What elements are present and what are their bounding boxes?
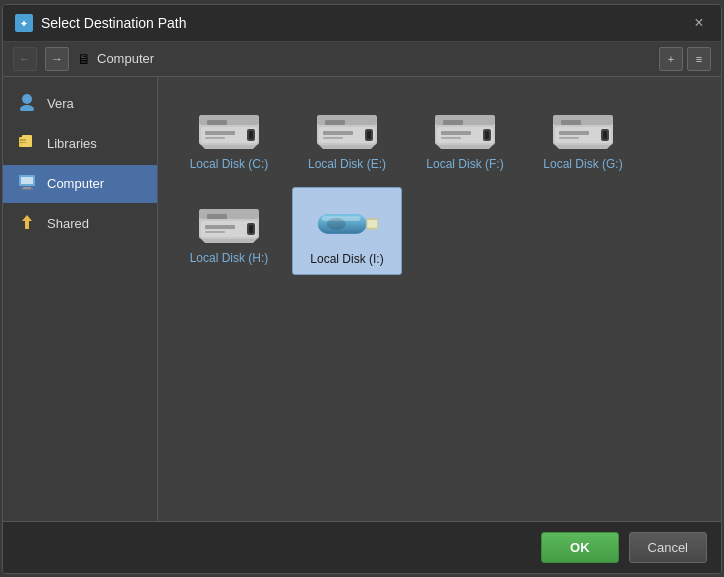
location-text: Computer [97,51,154,66]
footer: OK Cancel [3,521,721,573]
svg-rect-27 [323,137,343,139]
sidebar-item-libraries-label: Libraries [47,136,97,151]
svg-rect-35 [441,131,471,135]
svg-rect-26 [323,131,353,135]
drive-f[interactable]: Local Disk (F:) [410,93,520,179]
sidebar-item-vera-label: Vera [47,96,74,111]
toolbar-right: + ≡ [659,47,711,71]
drive-h-label: Local Disk (H:) [190,251,269,265]
svg-point-63 [327,218,346,230]
svg-rect-18 [205,137,225,139]
drive-i-label: Local Disk (I:) [310,252,383,266]
svg-point-3 [20,105,34,111]
svg-marker-39 [437,145,493,149]
sidebar-item-computer[interactable]: Computer [3,165,157,203]
toolbar: ← → 🖥 Computer + ≡ [3,42,721,77]
svg-rect-61 [367,220,377,228]
title-bar: ✦ Select Destination Path × [3,5,721,42]
libraries-icon [17,133,37,155]
cancel-button[interactable]: Cancel [629,532,707,563]
drive-i[interactable]: Local Disk (I:) [292,187,402,275]
svg-text:✦: ✦ [20,19,28,29]
drive-h[interactable]: Local Disk (H:) [174,187,284,275]
svg-rect-54 [205,231,225,233]
svg-rect-9 [21,177,33,184]
sidebar-item-libraries[interactable]: Libraries [3,125,157,163]
view-button[interactable]: ≡ [687,47,711,71]
svg-rect-51 [207,214,227,219]
drive-e-label: Local Disk (E:) [308,157,386,171]
svg-rect-11 [21,188,33,189]
svg-rect-38 [485,131,489,139]
svg-point-2 [22,94,32,104]
svg-rect-17 [205,131,235,135]
svg-rect-24 [325,120,345,125]
svg-rect-36 [441,137,461,139]
svg-rect-33 [443,120,463,125]
new-folder-button[interactable]: + [659,47,683,71]
vera-icon [17,93,37,115]
location-icon: 🖥 [77,51,91,67]
svg-marker-48 [555,145,611,149]
svg-rect-45 [559,137,579,139]
svg-rect-29 [367,131,371,139]
close-button[interactable]: × [689,13,709,33]
svg-rect-7 [20,142,26,143]
svg-rect-15 [207,120,227,125]
hdd-g-icon [551,105,615,149]
svg-marker-30 [319,145,375,149]
svg-marker-12 [22,215,32,229]
sidebar-item-shared-label: Shared [47,216,89,231]
svg-rect-53 [205,225,235,229]
back-button[interactable]: ← [13,47,37,71]
drive-g[interactable]: Local Disk (G:) [528,93,638,179]
content-area: Vera Libraries [3,77,721,521]
drive-c-label: Local Disk (C:) [190,157,269,171]
dialog-title: Select Destination Path [41,15,187,31]
drive-e[interactable]: Local Disk (E:) [292,93,402,179]
sidebar: Vera Libraries [3,77,158,521]
svg-rect-20 [249,131,253,139]
title-bar-left: ✦ Select Destination Path [15,14,187,32]
sidebar-item-shared[interactable]: Shared [3,205,157,243]
hdd-c-icon [197,105,261,149]
shared-icon [17,213,37,235]
svg-rect-56 [249,225,253,233]
svg-rect-6 [20,139,26,141]
svg-marker-57 [201,239,257,243]
drive-g-label: Local Disk (G:) [543,157,622,171]
computer-icon [17,173,37,195]
hdd-h-icon [197,199,261,243]
location-bar: 🖥 Computer [77,51,651,67]
sidebar-item-vera[interactable]: Vera [3,85,157,123]
usb-i-icon [312,200,382,244]
svg-rect-44 [559,131,589,135]
svg-rect-42 [561,120,581,125]
svg-marker-21 [201,145,257,149]
forward-button[interactable]: → [45,47,69,71]
hdd-f-icon [433,105,497,149]
svg-rect-47 [603,131,607,139]
sidebar-item-computer-label: Computer [47,176,104,191]
drives-grid: Local Disk (C:) Local D [174,93,705,275]
main-content: Local Disk (C:) Local D [158,77,721,521]
ok-button[interactable]: OK [541,532,619,563]
select-destination-dialog: ✦ Select Destination Path × ← → 🖥 Comput… [2,4,722,574]
app-icon: ✦ [15,14,33,32]
hdd-e-icon [315,105,379,149]
drive-c[interactable]: Local Disk (C:) [174,93,284,179]
drive-f-label: Local Disk (F:) [426,157,503,171]
